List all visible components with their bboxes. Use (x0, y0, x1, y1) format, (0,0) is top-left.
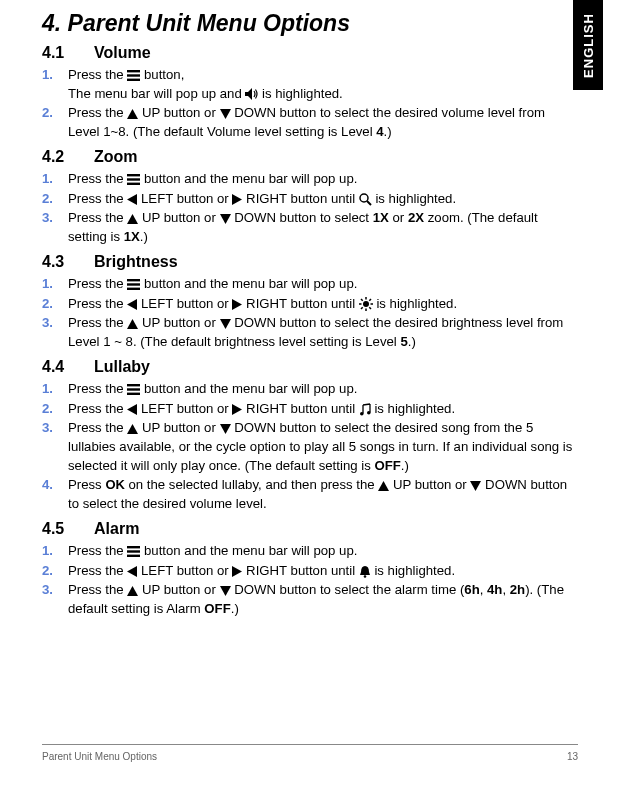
step-number: 3. (42, 419, 53, 438)
svg-marker-38 (127, 424, 138, 434)
step-list: 1.Press the button and the menu bar will… (42, 170, 578, 247)
section-heading: 4.3Brightness (42, 253, 578, 271)
svg-marker-9 (127, 194, 137, 205)
step-item: 1.Press the button and the menu bar will… (42, 380, 578, 399)
step-number: 3. (42, 581, 53, 600)
bold-text: 4h (487, 582, 502, 597)
right-icon (232, 401, 242, 416)
svg-rect-8 (127, 183, 140, 185)
svg-marker-30 (220, 319, 231, 329)
step-item: 3.Press the UP button or DOWN button to … (42, 209, 578, 246)
svg-marker-48 (127, 586, 138, 596)
svg-line-26 (369, 307, 371, 309)
svg-marker-3 (245, 88, 252, 100)
step-list: 1.Press the button and the menu bar will… (42, 275, 578, 352)
svg-rect-43 (127, 550, 140, 552)
bold-text: OFF (204, 601, 230, 616)
svg-point-37 (367, 411, 371, 415)
step-number: 2. (42, 295, 53, 314)
svg-rect-44 (127, 555, 140, 557)
down-icon (470, 477, 481, 492)
up-icon (127, 420, 138, 435)
page-content: 4. Parent Unit Menu Options 4.1Volume1.P… (0, 0, 620, 619)
step-list: 1.Press the button,The menu bar will pop… (42, 66, 578, 142)
section-heading: 4.4Lullaby (42, 358, 578, 376)
section-heading: 4.5Alarm (42, 520, 578, 538)
svg-marker-35 (232, 404, 242, 415)
svg-rect-0 (127, 70, 140, 72)
svg-rect-31 (127, 384, 140, 386)
svg-point-36 (360, 412, 364, 416)
svg-point-47 (363, 575, 366, 578)
step-item: 3.Press the UP button or DOWN button to … (42, 581, 578, 618)
section-title: Lullaby (94, 358, 150, 375)
section-number: 4.1 (42, 44, 94, 62)
bold-text: 1X (373, 210, 389, 225)
page-title: 4. Parent Unit Menu Options (42, 10, 578, 37)
ok-icon: OK (105, 477, 125, 492)
section-number: 4.3 (42, 253, 94, 271)
svg-marker-10 (232, 194, 242, 205)
svg-line-12 (367, 201, 371, 205)
svg-rect-33 (127, 392, 140, 394)
step-number: 2. (42, 190, 53, 209)
svg-rect-6 (127, 174, 140, 176)
up-icon (127, 105, 138, 120)
step-number: 1. (42, 380, 53, 399)
speaker-icon (245, 86, 258, 101)
left-icon (127, 296, 137, 311)
step-item: 3.Press the UP button or DOWN button to … (42, 314, 578, 351)
step-number: 1. (42, 66, 53, 85)
bell-icon (359, 563, 371, 578)
step-item: 2.Press the LEFT button or RIGHT button … (42, 400, 578, 419)
step-number: 1. (42, 275, 53, 294)
step-number: 3. (42, 209, 53, 228)
step-item: 3.Press the UP button or DOWN button to … (42, 419, 578, 475)
svg-marker-4 (127, 109, 138, 119)
right-icon (232, 563, 242, 578)
svg-marker-13 (127, 214, 138, 224)
svg-marker-45 (127, 566, 137, 577)
down-icon (220, 105, 231, 120)
section-heading: 4.1Volume (42, 44, 578, 62)
section-title: Alarm (94, 520, 139, 537)
svg-marker-41 (470, 481, 481, 491)
menu-icon (127, 543, 140, 558)
bold-text: 6h (464, 582, 479, 597)
svg-marker-19 (232, 299, 242, 310)
svg-rect-17 (127, 287, 140, 289)
up-icon (127, 210, 138, 225)
brightness-icon (359, 296, 373, 311)
svg-rect-1 (127, 74, 140, 76)
section-title: Brightness (94, 253, 178, 270)
down-icon (220, 420, 231, 435)
bold-text: 2X (408, 210, 424, 225)
down-icon (220, 210, 231, 225)
up-icon (127, 315, 138, 330)
down-icon (220, 315, 231, 330)
menu-icon (127, 171, 140, 186)
menu-icon (127, 67, 140, 82)
step-item: 1.Press the button and the menu bar will… (42, 170, 578, 189)
svg-line-27 (361, 307, 363, 309)
section-title: Zoom (94, 148, 138, 165)
svg-rect-16 (127, 283, 140, 285)
step-number: 2. (42, 400, 53, 419)
step-item: 2.Press the LEFT button or RIGHT button … (42, 190, 578, 209)
svg-rect-7 (127, 178, 140, 180)
language-tab-label: ENGLISH (581, 13, 596, 78)
svg-point-11 (360, 194, 368, 202)
svg-marker-49 (220, 586, 231, 596)
section-number: 4.4 (42, 358, 94, 376)
bold-text: 5 (400, 334, 407, 349)
step-item: 1.Press the button and the menu bar will… (42, 542, 578, 561)
svg-line-28 (369, 299, 371, 301)
svg-marker-46 (232, 566, 242, 577)
menu-icon (127, 381, 140, 396)
svg-marker-14 (220, 214, 231, 224)
right-icon (232, 296, 242, 311)
step-list: 1.Press the button and the menu bar will… (42, 542, 578, 619)
step-number: 4. (42, 476, 53, 495)
svg-marker-18 (127, 299, 137, 310)
right-icon (232, 191, 242, 206)
